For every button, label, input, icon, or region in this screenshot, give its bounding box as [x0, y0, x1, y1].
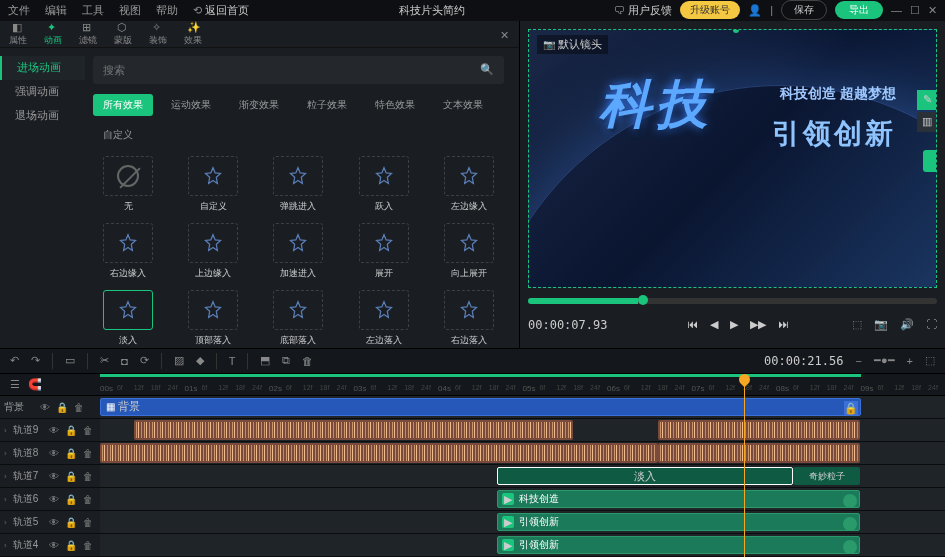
text-clip-ylcx-2[interactable]: ▶引领创新 — [497, 536, 860, 554]
delete-icon[interactable]: 🗑 — [302, 355, 313, 367]
keyframe-icon[interactable]: ◆ — [196, 354, 204, 367]
next-frame-icon[interactable]: ▶▶ — [750, 318, 766, 331]
anim-item-顶部落入[interactable]: 顶部落入 — [178, 290, 248, 347]
rotate-icon[interactable]: ⟳ — [140, 354, 149, 367]
range-indicator[interactable] — [100, 374, 861, 377]
edit-tool-icon[interactable]: ✎ — [917, 90, 937, 110]
tab-animation[interactable]: ✦动画 — [35, 21, 70, 47]
lock-icon[interactable]: 🔒 — [65, 448, 77, 459]
trash-icon[interactable]: 🗑 — [83, 494, 93, 505]
anim-item-展开[interactable]: 展开 — [349, 223, 419, 280]
sidebar-item-emphasis[interactable]: 强调动画 — [0, 80, 85, 104]
anim-item-加速进入[interactable]: 加速进入 — [263, 223, 333, 280]
trash-icon[interactable]: 🗑 — [83, 425, 93, 436]
visibility-icon[interactable]: 👁 — [49, 540, 59, 551]
fit-icon[interactable]: ⬚ — [925, 354, 935, 367]
trash-icon[interactable]: 🗑 — [83, 540, 93, 551]
minimize-icon[interactable]: — — [891, 4, 902, 16]
visibility-icon[interactable]: 👁 — [40, 402, 50, 413]
anim-item-底部落入[interactable]: 底部落入 — [263, 290, 333, 347]
fade-in-clip[interactable]: 淡入 — [497, 467, 793, 485]
lock-icon[interactable]: 🔒 — [65, 425, 77, 436]
anim-item-无[interactable]: 无 — [93, 156, 163, 213]
volume-icon[interactable]: 🔊 — [900, 318, 914, 331]
timeline-ruler[interactable]: ☰ 🧲 00s6f12f18f24f01s6f12f18f24f02s6f12f… — [0, 374, 945, 396]
anim-item-向上展开[interactable]: 向上展开 — [434, 223, 504, 280]
text-icon[interactable]: T — [229, 355, 236, 367]
play-icon[interactable]: ▶ — [730, 318, 738, 331]
redo-icon[interactable]: ↷ — [31, 354, 40, 367]
side-tab-icon[interactable] — [923, 150, 937, 172]
text-clip-ylcx[interactable]: ▶引领创新 — [497, 513, 860, 531]
clip-handle-icon[interactable] — [843, 494, 857, 508]
zoom-slider[interactable]: ━●━ — [874, 354, 895, 367]
search-input[interactable]: 🔍 — [93, 56, 504, 84]
visibility-icon[interactable]: 👁 — [49, 425, 59, 436]
particle-clip[interactable]: 奇妙粒子 — [793, 467, 861, 485]
tab-filter[interactable]: ⊞滤镜 — [70, 21, 105, 47]
tab-properties[interactable]: ◧属性 — [0, 21, 35, 47]
filter-text[interactable]: 文本效果 — [433, 94, 493, 116]
anim-item-自定义[interactable]: 自定义 — [178, 156, 248, 213]
menu-view[interactable]: 视图 — [119, 3, 141, 18]
visibility-icon[interactable]: 👁 — [49, 471, 59, 482]
anim-item-右边落入[interactable]: 右边落入 — [434, 290, 504, 347]
menu-file[interactable]: 文件 — [8, 3, 30, 18]
filter-custom[interactable]: 自定义 — [93, 124, 143, 146]
preview-scrubber[interactable] — [528, 298, 937, 304]
filter-particle[interactable]: 粒子效果 — [297, 94, 357, 116]
tab-mask[interactable]: ⬡蒙版 — [105, 21, 140, 47]
split-icon[interactable]: ✂ — [100, 354, 109, 367]
filter-all[interactable]: 所有效果 — [93, 94, 153, 116]
sidebar-item-enter[interactable]: 进场动画 — [0, 56, 85, 80]
zoom-in-icon[interactable]: + — [907, 355, 913, 367]
undo-icon[interactable]: ↶ — [10, 354, 19, 367]
filter-special[interactable]: 特色效果 — [365, 94, 425, 116]
screenshot-icon[interactable]: ⬚ — [852, 318, 862, 331]
transform-handle[interactable] — [733, 29, 739, 33]
anim-item-淡入[interactable]: 淡入 — [93, 290, 163, 347]
camera-icon[interactable]: 📷 — [874, 318, 888, 331]
search-field[interactable] — [103, 64, 480, 76]
preview-canvas[interactable]: 📷 默认镜头 科技 科技创造 超越梦想 引领创新 ✎ ▥ — [528, 29, 937, 288]
mask-icon[interactable]: ▨ — [174, 354, 184, 367]
upgrade-button[interactable]: 升级账号 — [680, 1, 740, 19]
group-icon[interactable]: ⬒ — [260, 354, 270, 367]
anim-item-右边缘入[interactable]: 右边缘入 — [93, 223, 163, 280]
crop-icon[interactable]: ◘ — [121, 355, 128, 367]
clip-handle-icon[interactable] — [843, 540, 857, 554]
anim-item-上边缘入[interactable]: 上边缘入 — [178, 223, 248, 280]
anim-item-左边缘入[interactable]: 左边缘入 — [434, 156, 504, 213]
camera-label[interactable]: 📷 默认镜头 — [537, 35, 608, 54]
user-icon[interactable]: 👤 — [748, 4, 762, 17]
sidebar-item-exit[interactable]: 退场动画 — [0, 104, 85, 128]
menu-edit[interactable]: 编辑 — [45, 3, 67, 18]
zoom-out-icon[interactable]: − — [855, 355, 861, 367]
audio-clip[interactable] — [658, 420, 861, 440]
lock-icon[interactable]: 🔒 — [56, 402, 68, 413]
maximize-icon[interactable]: ☐ — [910, 4, 920, 17]
filter-motion[interactable]: 运动效果 — [161, 94, 221, 116]
track-settings-icon[interactable]: ☰ — [10, 378, 20, 391]
search-icon[interactable]: 🔍 — [480, 63, 494, 76]
trash-icon[interactable]: 🗑 — [83, 471, 93, 482]
close-window-icon[interactable]: ✕ — [928, 4, 937, 17]
goto-end-icon[interactable]: ⏭ — [778, 318, 789, 331]
close-panel-icon[interactable]: ✕ — [500, 29, 509, 42]
anim-item-跃入[interactable]: 跃入 — [349, 156, 419, 213]
feedback-link[interactable]: 🗨 用户反馈 — [614, 3, 672, 18]
audio-clip[interactable] — [134, 420, 573, 440]
text-clip-kjcz[interactable]: ▶科技创造 — [497, 490, 860, 508]
lock-icon[interactable]: 🔒 — [65, 540, 77, 551]
visibility-icon[interactable]: 👁 — [49, 517, 59, 528]
layer-tool-icon[interactable]: ▥ — [917, 112, 937, 132]
back-home-button[interactable]: ⟲ 返回首页 — [193, 3, 249, 18]
trash-icon[interactable]: 🗑 — [83, 517, 93, 528]
tab-decoration[interactable]: ✧装饰 — [140, 21, 175, 47]
trash-icon[interactable]: 🗑 — [83, 448, 93, 459]
lock-icon[interactable]: 🔒 — [65, 517, 77, 528]
pointer-tool-icon[interactable]: ▭ — [65, 354, 75, 367]
copy-icon[interactable]: ⧉ — [282, 354, 290, 367]
save-button[interactable]: 保存 — [781, 0, 827, 20]
audio-clip[interactable] — [100, 443, 658, 463]
